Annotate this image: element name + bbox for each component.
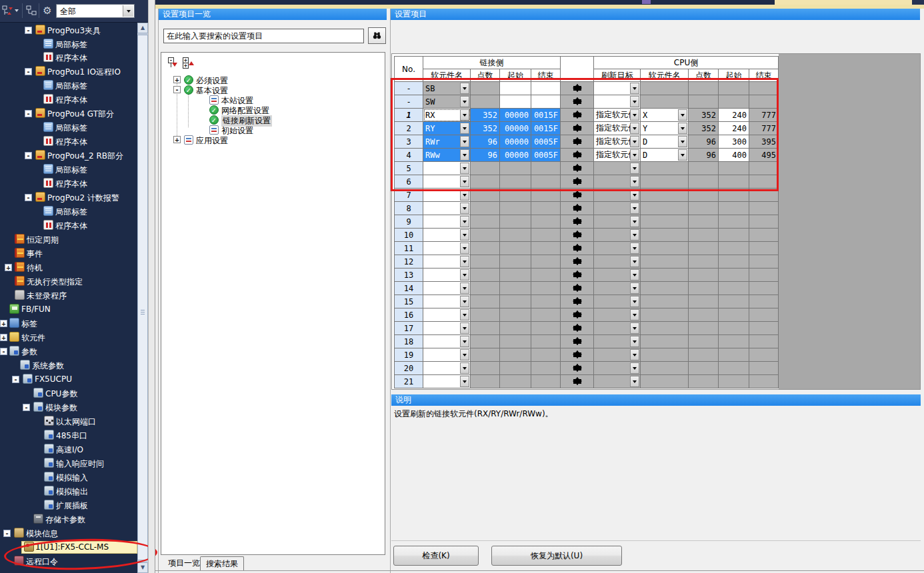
cell-link-end[interactable] bbox=[531, 282, 561, 295]
cell-link-device[interactable]: RX bbox=[423, 109, 471, 122]
cell-cpu-device[interactable] bbox=[641, 175, 689, 189]
sidebar-item[interactable]: 恒定周期 bbox=[0, 233, 137, 246]
dropdown-icon[interactable] bbox=[460, 136, 469, 147]
sidebar-item[interactable]: 程序本体 bbox=[0, 93, 137, 106]
dropdown-icon[interactable] bbox=[630, 83, 639, 94]
collapse-expander-icon[interactable]: - bbox=[25, 68, 32, 75]
cell-link-end[interactable] bbox=[531, 215, 561, 229]
search-input[interactable] bbox=[163, 29, 364, 43]
cell-cpu-start[interactable] bbox=[719, 242, 749, 255]
cell-cpu-end[interactable] bbox=[749, 242, 779, 255]
cell-link-end[interactable] bbox=[531, 242, 561, 255]
dropdown-icon[interactable] bbox=[630, 296, 639, 307]
sidebar-item[interactable]: 事件 bbox=[0, 247, 137, 260]
cell-cpu-device[interactable] bbox=[641, 202, 689, 215]
cell-cpu-device[interactable] bbox=[641, 242, 689, 255]
sidebar-item[interactable]: 模拟输入 bbox=[0, 471, 137, 484]
cell-link-device[interactable] bbox=[423, 308, 471, 322]
dropdown-icon[interactable] bbox=[630, 176, 639, 187]
cell-link-points[interactable] bbox=[471, 295, 500, 308]
sidebar-item[interactable]: -ProgPou4_2 RB部分 bbox=[0, 149, 137, 162]
sidebar-item[interactable]: -模块参数 bbox=[0, 401, 137, 414]
cell-cpu-start[interactable]: 240 bbox=[719, 122, 749, 135]
cell-cpu-device[interactable] bbox=[641, 269, 689, 282]
cell-refresh-target[interactable] bbox=[594, 189, 641, 202]
settings-tree-item[interactable]: 初始设置 bbox=[161, 125, 385, 135]
search-button[interactable] bbox=[368, 27, 386, 44]
dropdown-icon[interactable] bbox=[678, 123, 687, 134]
cell-link-device[interactable] bbox=[423, 255, 471, 269]
cell-cpu-device[interactable]: Y bbox=[641, 122, 689, 135]
collapse-all-icon[interactable]: - bbox=[168, 57, 179, 68]
cell-link-points[interactable] bbox=[471, 189, 500, 202]
cell-link-end[interactable] bbox=[531, 335, 561, 348]
cell-cpu-end[interactable] bbox=[749, 95, 779, 109]
cell-cpu-device[interactable] bbox=[641, 322, 689, 335]
cell-cpu-end[interactable]: 395 bbox=[749, 135, 779, 149]
sidebar-item[interactable]: 存储卡参数 bbox=[0, 513, 137, 526]
settings-tree-item[interactable]: 本站设置 bbox=[161, 95, 385, 105]
dropdown-icon[interactable] bbox=[630, 203, 639, 214]
sidebar-item[interactable]: CPU参数 bbox=[0, 387, 137, 400]
cell-link-end[interactable] bbox=[531, 229, 561, 242]
cell-cpu-points[interactable] bbox=[689, 375, 719, 388]
cell-link-device[interactable] bbox=[423, 348, 471, 362]
cell-cpu-start[interactable] bbox=[719, 162, 749, 175]
dropdown-icon[interactable] bbox=[630, 123, 639, 134]
cell-link-points[interactable] bbox=[471, 242, 500, 255]
scrollbar-up-icon[interactable]: ▲ bbox=[137, 23, 148, 33]
cell-link-start[interactable] bbox=[500, 189, 531, 202]
sidebar-item[interactable]: 局部标签 bbox=[0, 121, 137, 134]
dropdown-icon[interactable] bbox=[460, 309, 469, 320]
cell-link-start[interactable] bbox=[500, 375, 531, 388]
dropdown-icon[interactable] bbox=[630, 322, 639, 334]
cell-link-points[interactable] bbox=[471, 362, 500, 375]
scrollbar-thumb[interactable] bbox=[137, 35, 148, 560]
dropdown-icon[interactable] bbox=[460, 376, 469, 387]
cell-link-end[interactable] bbox=[531, 255, 561, 269]
cell-link-device[interactable] bbox=[423, 375, 471, 388]
sidebar-item[interactable]: -ProgPou2 计数报警 bbox=[0, 191, 137, 204]
cell-link-points[interactable] bbox=[471, 269, 500, 282]
sidebar-item[interactable]: 高速I/O bbox=[0, 443, 137, 456]
cell-cpu-end[interactable] bbox=[749, 295, 779, 308]
cell-link-start[interactable] bbox=[500, 269, 531, 282]
cell-link-end[interactable]: 0005F bbox=[531, 149, 561, 162]
sidebar-item[interactable]: -ProgPou4 GT部分 bbox=[0, 107, 137, 120]
cell-link-points[interactable] bbox=[471, 215, 500, 229]
cell-link-device[interactable] bbox=[423, 322, 471, 335]
cell-refresh-target[interactable]: 指定软元件 bbox=[594, 135, 641, 149]
dropdown-icon[interactable] bbox=[460, 322, 469, 334]
cell-refresh-target[interactable] bbox=[594, 322, 641, 335]
cell-cpu-start[interactable] bbox=[719, 282, 749, 295]
tab-search-result[interactable]: 搜索结果 bbox=[200, 556, 244, 570]
cell-refresh-target[interactable] bbox=[594, 375, 641, 388]
cell-link-points[interactable] bbox=[471, 308, 500, 322]
cell-link-points[interactable] bbox=[471, 282, 500, 295]
dropdown-icon[interactable] bbox=[630, 376, 639, 387]
cell-link-end[interactable] bbox=[531, 295, 561, 308]
cell-cpu-device[interactable] bbox=[641, 295, 689, 308]
dropdown-icon[interactable] bbox=[630, 309, 639, 320]
cell-link-start[interactable] bbox=[500, 82, 531, 95]
cell-link-start[interactable] bbox=[500, 335, 531, 348]
cell-link-start[interactable] bbox=[500, 215, 531, 229]
cell-link-device[interactable] bbox=[423, 162, 471, 175]
cell-cpu-start[interactable] bbox=[719, 189, 749, 202]
cell-cpu-points[interactable] bbox=[689, 362, 719, 375]
sidebar-item[interactable]: 程序本体 bbox=[0, 177, 137, 190]
expand-expander-icon[interactable]: + bbox=[0, 334, 7, 341]
sidebar-item[interactable]: 程序本体 bbox=[0, 51, 137, 64]
pane-splitter[interactable] bbox=[148, 0, 155, 573]
cell-link-device[interactable] bbox=[423, 282, 471, 295]
cell-cpu-points[interactable] bbox=[689, 162, 719, 175]
cell-link-device[interactable]: RWw bbox=[423, 149, 471, 162]
cell-refresh-target[interactable] bbox=[594, 282, 641, 295]
sidebar-item[interactable]: 远程口令 bbox=[0, 555, 137, 568]
cell-link-device[interactable]: RWr bbox=[423, 135, 471, 149]
tab-item-list[interactable]: 项目一览 bbox=[163, 556, 205, 570]
dropdown-icon[interactable] bbox=[678, 109, 687, 121]
cell-link-points[interactable] bbox=[471, 202, 500, 215]
collapse-expander-icon[interactable]: - bbox=[173, 86, 181, 93]
cell-link-device[interactable] bbox=[423, 189, 471, 202]
